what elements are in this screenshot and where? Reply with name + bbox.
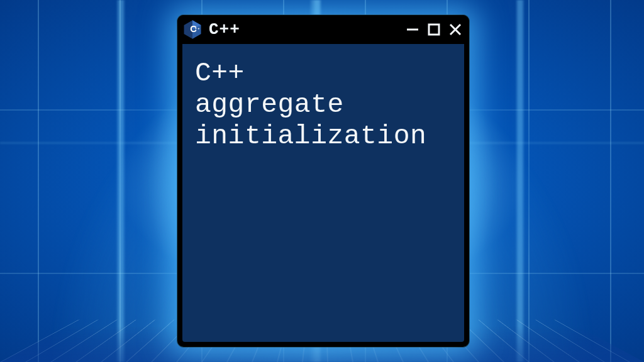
- maximize-button[interactable]: [426, 22, 441, 37]
- terminal-text: C++ aggregate initialization: [195, 58, 452, 152]
- window-title: C++: [209, 20, 240, 39]
- svg-text:+: +: [195, 26, 197, 30]
- svg-rect-7: [429, 25, 439, 35]
- titlebar[interactable]: C + + C++: [177, 15, 469, 44]
- terminal-window: C + + C++ C++ aggre: [177, 15, 469, 347]
- minimize-button[interactable]: [405, 22, 420, 37]
- close-button[interactable]: [448, 22, 463, 37]
- svg-text:+: +: [197, 26, 199, 30]
- close-icon: [448, 23, 462, 36]
- cpp-logo-icon: C + +: [182, 19, 203, 40]
- minimize-icon: [406, 23, 419, 36]
- window-controls: [405, 22, 463, 37]
- maximize-icon: [428, 23, 440, 36]
- terminal-body: C++ aggregate initialization: [181, 44, 465, 343]
